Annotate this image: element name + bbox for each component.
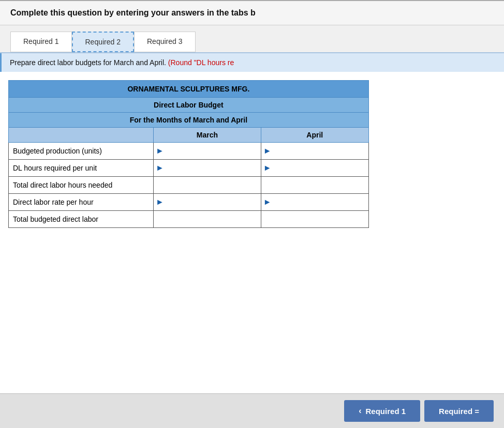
instruction-note: (Round "DL hours re	[168, 58, 234, 67]
table-row: Total budgeted direct labor	[9, 211, 369, 228]
col-header-april: April	[261, 128, 368, 143]
next-button[interactable]: Required =	[424, 400, 494, 422]
row-3-march-cell	[154, 177, 261, 194]
row-4-march-input[interactable]	[166, 194, 261, 210]
row-3-april-cell	[261, 177, 368, 194]
instruction-main: Prepare direct labor budgets for March a…	[10, 58, 166, 67]
row-5-march-cell	[154, 211, 261, 228]
main-content: ORNAMENTAL SCULPTURES MFG. Direct Labor …	[0, 72, 504, 269]
row-2-april-input[interactable]	[274, 160, 368, 176]
row-5-april-cell	[261, 211, 368, 228]
table-row: Total direct labor hours needed	[9, 177, 369, 194]
row-label-2: DL hours required per unit	[9, 160, 154, 177]
row-1-april-cell: ►	[261, 143, 368, 160]
table-row: Budgeted production (units) ► ►	[9, 143, 369, 160]
instruction-bar: Prepare direct labor budgets for March a…	[0, 53, 504, 72]
row-2-march-input[interactable]	[166, 160, 261, 176]
tab-required-1[interactable]: Required 1	[10, 32, 72, 52]
banner-text: Complete this question by entering your …	[10, 8, 256, 17]
row-1-march-input[interactable]	[166, 143, 261, 159]
bottom-nav: ‹ Required 1 Required =	[0, 393, 504, 428]
row-4-april-input[interactable]	[274, 194, 368, 210]
row-2-april-cell: ►	[261, 160, 368, 177]
table-col-header-row: March April	[9, 128, 369, 143]
row-5-april-input[interactable]	[264, 211, 368, 227]
table-subtitle: Direct Labor Budget	[9, 98, 369, 113]
arrow-icon-2m: ►	[154, 164, 166, 172]
row-label-1: Budgeted production (units)	[9, 143, 154, 160]
budget-table: ORNAMENTAL SCULPTURES MFG. Direct Labor …	[8, 80, 369, 228]
row-5-march-input[interactable]	[157, 211, 261, 227]
row-1-april-input[interactable]	[274, 143, 368, 159]
row-2-march-cell: ►	[154, 160, 261, 177]
arrow-icon-1m: ►	[154, 147, 166, 155]
row-label-3: Total direct labor hours needed	[9, 177, 154, 194]
col-header-label	[9, 128, 154, 143]
table-row: Direct labor rate per hour ► ►	[9, 194, 369, 211]
arrow-icon-2a: ►	[261, 164, 274, 172]
row-label-4: Direct labor rate per hour	[9, 194, 154, 211]
table-title-row: ORNAMENTAL SCULPTURES MFG.	[9, 81, 369, 98]
prev-button-label: Required 1	[366, 407, 406, 416]
table-subtitle-row: Direct Labor Budget	[9, 98, 369, 113]
row-label-5: Total budgeted direct labor	[9, 211, 154, 228]
row-3-march-input[interactable]	[157, 177, 261, 193]
prev-button[interactable]: ‹ Required 1	[344, 400, 420, 422]
table-period: For the Months of March and April	[9, 113, 369, 128]
table-title: ORNAMENTAL SCULPTURES MFG.	[9, 81, 369, 98]
arrow-icon-4m: ►	[154, 198, 166, 206]
next-button-label: Required =	[439, 407, 479, 416]
table-period-row: For the Months of March and April	[9, 113, 369, 128]
chevron-left-icon: ‹	[359, 406, 361, 416]
row-4-march-cell: ►	[154, 194, 261, 211]
tab-required-2[interactable]: Required 2	[72, 32, 135, 52]
col-header-march: March	[154, 128, 261, 143]
tabs-container: Required 1 Required 2 Required 3	[0, 25, 504, 53]
instruction-banner: Complete this question by entering your …	[0, 0, 504, 25]
row-1-march-cell: ►	[154, 143, 261, 160]
arrow-icon-1a: ►	[261, 147, 274, 155]
row-3-april-input[interactable]	[264, 177, 368, 193]
tab-required-3[interactable]: Required 3	[134, 32, 196, 52]
table-row: DL hours required per unit ► ►	[9, 160, 369, 177]
row-4-april-cell: ►	[261, 194, 368, 211]
arrow-icon-4a: ►	[261, 198, 274, 206]
